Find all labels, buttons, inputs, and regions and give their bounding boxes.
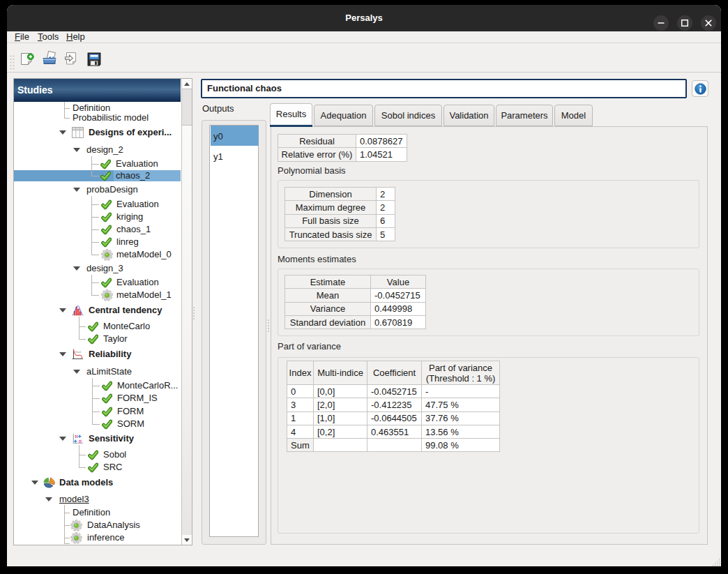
- svg-text:G=0: G=0: [75, 350, 82, 354]
